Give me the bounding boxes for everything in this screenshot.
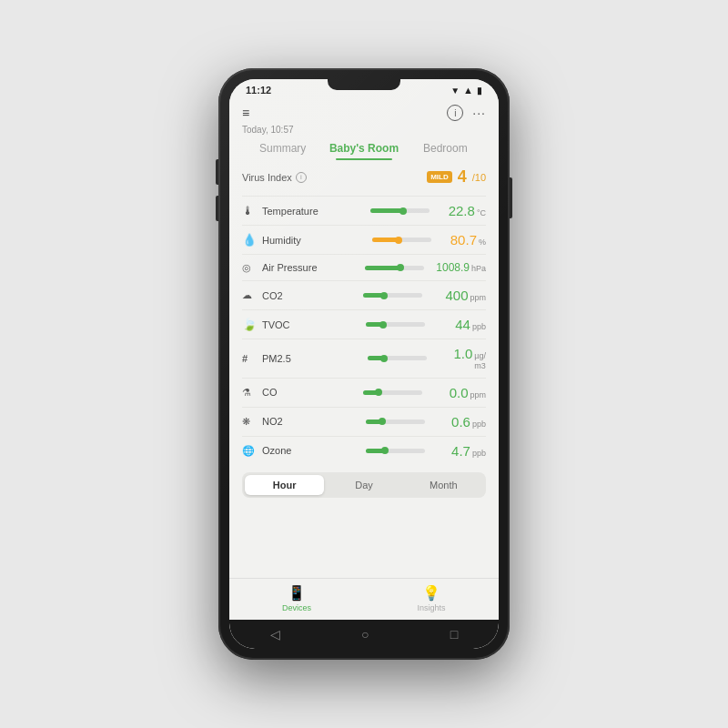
co2-icon: ☁ — [242, 289, 262, 301]
tab-babysroom[interactable]: Baby's Room — [323, 136, 404, 160]
metric-tvoc: 🍃 TVOC 44 ppb — [242, 309, 486, 339]
ozone-unit: ppb — [472, 449, 486, 459]
room-tabs: Summary Baby's Room Bedroom — [242, 136, 486, 160]
devices-icon: 📱 — [288, 584, 306, 602]
tvoc-bar — [366, 322, 425, 327]
humidity-bar — [372, 238, 431, 242]
co2-bar — [363, 293, 422, 298]
power-button — [510, 177, 512, 218]
no2-value: 0.6 — [432, 414, 470, 430]
header-actions: i ··· — [447, 105, 486, 121]
recents-button[interactable]: □ — [450, 627, 458, 642]
more-options-button[interactable]: ··· — [472, 106, 486, 120]
vol-up-button — [216, 159, 218, 185]
air-pressure-value-wrap: 1008.9 hPa — [431, 261, 486, 274]
co-value: 0.0 — [430, 385, 468, 400]
co-bar — [363, 390, 422, 395]
co-value-wrap: 0.0 ppm — [430, 385, 486, 400]
humidity-icon: 💧 — [242, 233, 262, 247]
metric-co: ⚗ CO 0.0 ppm — [242, 378, 486, 407]
virus-index-label: Virus Index i — [242, 172, 307, 183]
temperature-value-wrap: 22.8 °C — [437, 203, 486, 218]
co-label: CO — [262, 387, 363, 398]
metric-air-pressure: ◎ Air Pressure 1008.9 hPa — [242, 254, 486, 280]
virus-index-section: Virus Index i MILD 4 /10 — [242, 167, 486, 187]
tvoc-icon: 🍃 — [242, 318, 262, 331]
pm25-value-wrap: 1.0 µg/ m3 — [434, 346, 486, 371]
no2-value-wrap: 0.6 ppb — [432, 414, 486, 430]
tab-bedroom[interactable]: Bedroom — [405, 136, 486, 160]
no2-bar — [366, 420, 425, 424]
humidity-value-wrap: 80.7 % — [439, 232, 486, 248]
humidity-unit: % — [479, 238, 486, 248]
back-button[interactable]: ◁ — [270, 627, 280, 642]
metric-pm25: # PM2.5 1.0 µg/ m3 — [242, 339, 486, 378]
co-unit: ppm — [470, 390, 486, 400]
insights-icon: 💡 — [422, 584, 440, 602]
air-pressure-bar — [365, 266, 424, 270]
metric-temperature: 🌡 Temperature 22.8 °C — [242, 196, 486, 225]
temperature-icon: 🌡 — [242, 204, 262, 217]
air-pressure-label: Air Pressure — [262, 262, 365, 273]
metric-humidity: 💧 Humidity 80.7 % — [242, 225, 486, 254]
pm25-value: 1.0 — [434, 346, 472, 361]
info-button[interactable]: i — [447, 105, 463, 121]
time-hour-button[interactable]: Hour — [245, 475, 324, 495]
tvoc-value: 44 — [432, 317, 470, 332]
co2-label: CO2 — [262, 290, 363, 301]
devices-label: Devices — [282, 603, 311, 612]
status-icons: ▼ ▲ ▮ — [450, 85, 482, 96]
tvoc-value-wrap: 44 ppb — [432, 317, 486, 332]
vol-down-button — [216, 196, 218, 221]
temperature-unit: °C — [477, 208, 486, 218]
tab-summary[interactable]: Summary — [242, 136, 323, 160]
ozone-icon: 🌐 — [242, 445, 262, 457]
ozone-value: 4.7 — [432, 443, 470, 459]
android-nav: ◁ ○ □ — [229, 620, 499, 649]
time-day-button[interactable]: Day — [324, 475, 403, 495]
metric-ozone: 🌐 Ozone 4.7 ppb — [242, 436, 486, 465]
phone-screen: 11:12 ▼ ▲ ▮ ≡ i ··· Today, 10:57 — [229, 79, 499, 649]
nav-devices[interactable]: 📱 Devices — [229, 584, 364, 612]
air-pressure-unit: hPa — [471, 264, 486, 274]
temperature-value: 22.8 — [437, 203, 475, 218]
pm25-label: PM2.5 — [262, 353, 368, 364]
signal-icon: ▲ — [463, 85, 473, 96]
air-pressure-value: 1008.9 — [431, 261, 470, 274]
virus-info-icon[interactable]: i — [296, 172, 307, 183]
nav-insights[interactable]: 💡 Insights — [364, 584, 499, 612]
humidity-value: 80.7 — [439, 232, 477, 248]
virus-denom: /10 — [472, 172, 486, 183]
temperature-bar — [370, 208, 430, 213]
bottom-nav: 📱 Devices 💡 Insights — [229, 578, 499, 620]
tvoc-label: TVOC — [262, 319, 366, 330]
battery-icon: ▮ — [477, 86, 482, 96]
ozone-label: Ozone — [262, 445, 366, 456]
phone-frame: 11:12 ▼ ▲ ▮ ≡ i ··· Today, 10:57 — [218, 68, 510, 660]
pm25-icon: # — [242, 353, 262, 364]
wifi-icon: ▼ — [450, 86, 460, 96]
temperature-label: Temperature — [262, 206, 370, 217]
co-icon: ⚗ — [242, 387, 262, 399]
menu-icon[interactable]: ≡ — [242, 106, 249, 120]
home-button[interactable]: ○ — [361, 627, 369, 642]
pm25-bar — [368, 356, 427, 360]
no2-label: NO2 — [262, 416, 366, 427]
virus-index-value: MILD 4 /10 — [427, 167, 486, 187]
co2-unit: ppm — [470, 293, 486, 303]
app-header: ≡ i ··· Today, 10:57 Summary Baby's Room — [229, 99, 499, 160]
insights-label: Insights — [417, 603, 445, 612]
info-icon: i — [454, 108, 456, 118]
air-pressure-icon: ◎ — [242, 262, 262, 274]
no2-unit: ppb — [472, 420, 486, 430]
notch — [328, 79, 400, 90]
humidity-label: Humidity — [262, 235, 372, 246]
time-range-selector: Hour Day Month — [242, 472, 486, 498]
date-time-label: Today, 10:57 — [242, 125, 486, 135]
co2-value: 400 — [430, 288, 468, 303]
pm25-unit: µg/ m3 — [474, 351, 486, 371]
mild-badge: MILD — [427, 171, 452, 183]
tvoc-unit: ppb — [472, 322, 486, 332]
ozone-bar — [366, 449, 425, 453]
time-month-button[interactable]: Month — [404, 475, 483, 495]
